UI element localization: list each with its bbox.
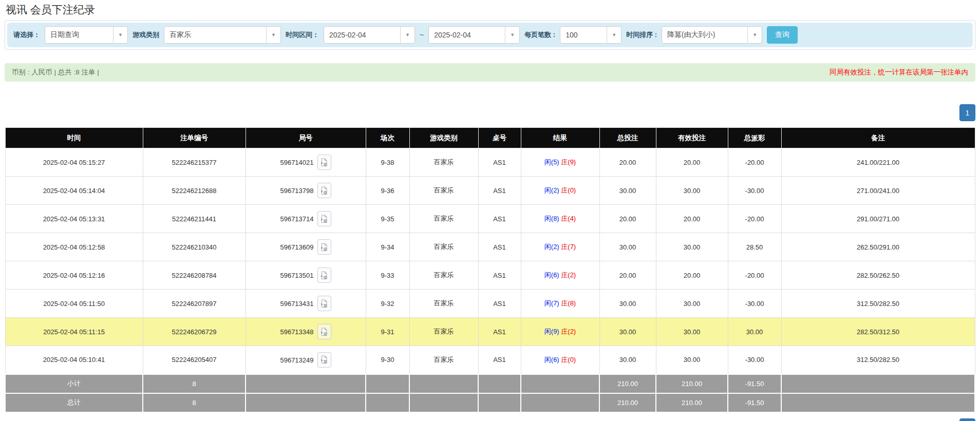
- cell-round: 596713348: [246, 318, 366, 346]
- total-row: 总计 8 210.00 210.00 -91.50: [5, 393, 975, 412]
- game-type-select[interactable]: 百家乐 ▼: [164, 26, 281, 44]
- cell-remark: 271.00/241.00: [781, 177, 975, 205]
- cell-total-bet: 20.00: [599, 261, 656, 290]
- table-row: 2025-02-04 05:10:41522246205407596713249…: [5, 346, 975, 374]
- subtotal-payout: -91.50: [728, 374, 781, 393]
- cell-valid-bet: 20.00: [656, 261, 728, 290]
- video-replay-button[interactable]: [317, 211, 331, 226]
- table-footer: 小计 8 210.00 210.00 -91.50 总计 8 210.00 21…: [5, 374, 975, 412]
- cell-time: 2025-02-04 05:11:15: [5, 318, 143, 346]
- page-1-button-bottom[interactable]: 1: [959, 418, 975, 421]
- chevron-down-icon: ▼: [747, 27, 762, 43]
- col-header-total-bet: 总投注: [599, 128, 656, 148]
- result-player: 闲(6): [544, 356, 559, 363]
- game-type-value: 百家乐: [164, 27, 266, 43]
- cell-table-no: AS1: [478, 346, 521, 374]
- cell-valid-bet: 20.00: [656, 148, 728, 177]
- cell-game-type: 百家乐: [409, 318, 478, 346]
- cell-time: 2025-02-04 05:12:16: [5, 261, 143, 290]
- cell-round: 596713431: [246, 290, 366, 318]
- round-number: 596713249: [280, 356, 313, 363]
- video-replay-button[interactable]: [317, 155, 331, 170]
- cell-bet-id: 522246208784: [143, 261, 246, 290]
- result-banker: 庄(0): [561, 186, 576, 194]
- cell-table-no: AS1: [478, 233, 521, 261]
- video-replay-button[interactable]: [317, 267, 331, 283]
- result-banker: 庄(0): [561, 356, 576, 363]
- col-header-valid-bet: 有效投注: [656, 128, 728, 148]
- cell-remark: 291.00/271.00: [781, 205, 975, 233]
- filter-bar: 请选择： 日期查询 ▼ 游戏类别 百家乐 ▼ 时间区间： 2025-02-04 …: [7, 23, 973, 47]
- cell-game-type: 百家乐: [409, 148, 478, 177]
- result-banker: 庄(9): [561, 158, 576, 166]
- col-header-payout: 总派彩: [728, 128, 781, 148]
- video-replay-button[interactable]: [317, 324, 331, 339]
- page-size-select[interactable]: 100 ▼: [560, 26, 621, 44]
- bet-records-table: 时间 注单编号 局号 场次 游戏类别 桌号 结果 总投注 有效投注 总派彩 备注…: [5, 127, 975, 413]
- date-to-select[interactable]: 2025-02-04 ▼: [428, 26, 520, 44]
- cell-game-type: 百家乐: [409, 205, 478, 233]
- cell-session: 9-35: [366, 205, 409, 233]
- result-player: 闲(8): [544, 215, 559, 222]
- video-replay-button[interactable]: [317, 296, 331, 311]
- filter-panel: 请选择： 日期查询 ▼ 游戏类别 百家乐 ▼ 时间区间： 2025-02-04 …: [5, 20, 975, 50]
- cell-payout: -20.00: [728, 261, 781, 290]
- chevron-down-icon: ▼: [607, 27, 621, 43]
- table-header: 时间 注单编号 局号 场次 游戏类别 桌号 结果 总投注 有效投注 总派彩 备注: [5, 128, 975, 148]
- sort-order-value: 降冪(由大到小): [662, 27, 747, 43]
- cell-remark: 282.50/262.50: [781, 261, 975, 290]
- cell-result: 闲(6) 庄(2): [521, 261, 599, 290]
- result-banker: 庄(4): [561, 215, 576, 222]
- chevron-down-icon: ▼: [505, 27, 519, 43]
- cell-valid-bet: 30.00: [656, 318, 728, 346]
- page-1-button[interactable]: 1: [959, 104, 975, 121]
- pagination-top: 1: [5, 104, 975, 121]
- cell-result: 闲(5) 庄(9): [521, 148, 599, 177]
- video-replay-button[interactable]: [317, 239, 331, 255]
- query-type-label: 请选择：: [13, 30, 40, 40]
- cell-session: 9-34: [366, 233, 409, 261]
- table-row: 2025-02-04 05:12:16522246208784596713501…: [5, 261, 975, 290]
- cell-payout: 28.50: [728, 233, 781, 261]
- search-button[interactable]: 查询: [767, 26, 798, 44]
- result-banker: 庄(2): [561, 271, 576, 279]
- result-player: 闲(2): [544, 243, 559, 251]
- cell-total-bet: 30.00: [599, 346, 656, 374]
- query-type-select[interactable]: 日期查询 ▼: [45, 26, 128, 44]
- cell-table-no: AS1: [478, 148, 521, 177]
- video-replay-button[interactable]: [317, 352, 331, 368]
- table-body: 2025-02-04 05:15:27522246215377596714021…: [5, 148, 975, 374]
- cell-round: 596713249: [246, 346, 366, 374]
- table-row: 2025-02-04 05:13:31522246211441596713714…: [5, 205, 975, 233]
- result-player: 闲(9): [544, 328, 559, 335]
- col-header-table-no: 桌号: [478, 128, 521, 148]
- cell-session: 9-32: [366, 290, 409, 318]
- cell-remark: 312.50/282.50: [781, 346, 975, 374]
- cell-bet-id: 522246212688: [143, 177, 246, 205]
- cell-time: 2025-02-04 05:11:50: [5, 290, 143, 318]
- result-player: 闲(5): [544, 158, 559, 166]
- cell-result: 闲(6) 庄(0): [521, 346, 599, 374]
- cell-bet-id: 522246211441: [143, 205, 246, 233]
- round-number: 596713609: [280, 243, 313, 251]
- sort-order-select[interactable]: 降冪(由大到小) ▼: [662, 26, 762, 44]
- cell-table-no: AS1: [478, 261, 521, 290]
- cell-total-bet: 30.00: [599, 290, 656, 318]
- cell-round: 596714021: [246, 148, 366, 177]
- cell-result: 闲(2) 庄(0): [521, 177, 599, 205]
- result-banker: 庄(7): [561, 243, 576, 251]
- cell-payout: -30.00: [728, 290, 781, 318]
- cell-payout: -20.00: [728, 205, 781, 233]
- cell-time: 2025-02-04 05:12:58: [5, 233, 143, 261]
- summary-currency-count: 币别 : 人民币 | 总共 :8 注单 |: [12, 68, 99, 77]
- total-count: 8: [143, 393, 246, 412]
- round-number: 596713348: [280, 328, 313, 336]
- cell-game-type: 百家乐: [409, 261, 478, 290]
- cell-time: 2025-02-04 05:14:04: [5, 177, 143, 205]
- date-from-select[interactable]: 2025-02-04 ▼: [324, 26, 415, 44]
- cell-valid-bet: 30.00: [656, 290, 728, 318]
- cell-table-no: AS1: [478, 205, 521, 233]
- video-replay-button[interactable]: [317, 183, 331, 198]
- cell-time: 2025-02-04 05:10:41: [5, 346, 143, 374]
- cell-round: 596713609: [246, 233, 366, 261]
